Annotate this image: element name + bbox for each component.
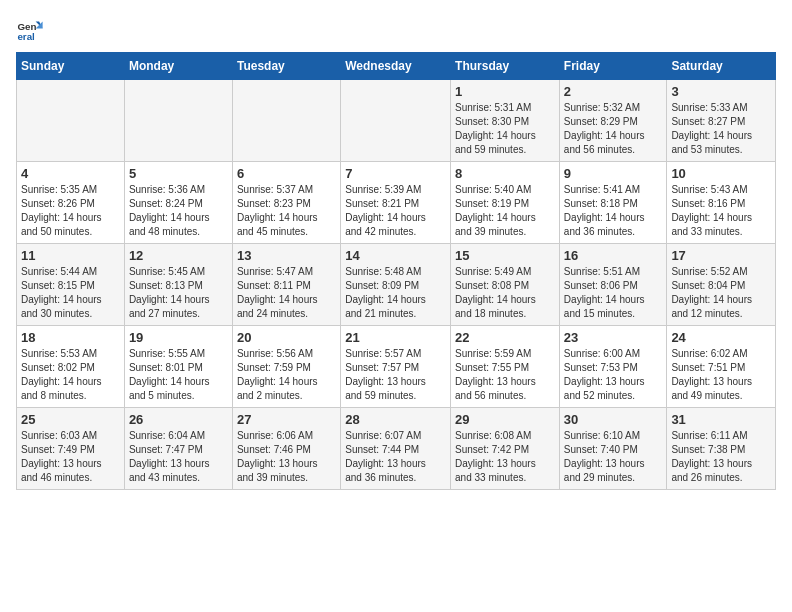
day-number: 19	[129, 330, 228, 345]
day-info: Sunrise: 5:45 AM Sunset: 8:13 PM Dayligh…	[129, 265, 228, 321]
day-cell: 7Sunrise: 5:39 AM Sunset: 8:21 PM Daylig…	[341, 162, 451, 244]
day-number: 21	[345, 330, 446, 345]
day-cell: 21Sunrise: 5:57 AM Sunset: 7:57 PM Dayli…	[341, 326, 451, 408]
day-number: 13	[237, 248, 336, 263]
day-cell: 4Sunrise: 5:35 AM Sunset: 8:26 PM Daylig…	[17, 162, 125, 244]
day-number: 18	[21, 330, 120, 345]
day-info: Sunrise: 6:02 AM Sunset: 7:51 PM Dayligh…	[671, 347, 771, 403]
day-cell: 28Sunrise: 6:07 AM Sunset: 7:44 PM Dayli…	[341, 408, 451, 490]
day-info: Sunrise: 6:07 AM Sunset: 7:44 PM Dayligh…	[345, 429, 446, 485]
day-info: Sunrise: 6:03 AM Sunset: 7:49 PM Dayligh…	[21, 429, 120, 485]
day-cell: 24Sunrise: 6:02 AM Sunset: 7:51 PM Dayli…	[667, 326, 776, 408]
day-info: Sunrise: 5:52 AM Sunset: 8:04 PM Dayligh…	[671, 265, 771, 321]
week-row-4: 18Sunrise: 5:53 AM Sunset: 8:02 PM Dayli…	[17, 326, 776, 408]
day-number: 26	[129, 412, 228, 427]
day-cell: 16Sunrise: 5:51 AM Sunset: 8:06 PM Dayli…	[559, 244, 667, 326]
day-header-monday: Monday	[124, 53, 232, 80]
day-info: Sunrise: 5:32 AM Sunset: 8:29 PM Dayligh…	[564, 101, 663, 157]
day-number: 5	[129, 166, 228, 181]
day-info: Sunrise: 6:08 AM Sunset: 7:42 PM Dayligh…	[455, 429, 555, 485]
day-info: Sunrise: 5:44 AM Sunset: 8:15 PM Dayligh…	[21, 265, 120, 321]
day-cell	[17, 80, 125, 162]
day-info: Sunrise: 6:04 AM Sunset: 7:47 PM Dayligh…	[129, 429, 228, 485]
day-number: 25	[21, 412, 120, 427]
day-cell: 12Sunrise: 5:45 AM Sunset: 8:13 PM Dayli…	[124, 244, 232, 326]
day-info: Sunrise: 5:35 AM Sunset: 8:26 PM Dayligh…	[21, 183, 120, 239]
day-info: Sunrise: 5:43 AM Sunset: 8:16 PM Dayligh…	[671, 183, 771, 239]
day-number: 6	[237, 166, 336, 181]
day-number: 7	[345, 166, 446, 181]
day-number: 14	[345, 248, 446, 263]
day-number: 30	[564, 412, 663, 427]
day-cell	[341, 80, 451, 162]
day-number: 28	[345, 412, 446, 427]
day-info: Sunrise: 5:48 AM Sunset: 8:09 PM Dayligh…	[345, 265, 446, 321]
logo-icon: Gen eral	[16, 16, 44, 44]
day-cell: 18Sunrise: 5:53 AM Sunset: 8:02 PM Dayli…	[17, 326, 125, 408]
day-number: 27	[237, 412, 336, 427]
day-number: 10	[671, 166, 771, 181]
day-info: Sunrise: 5:53 AM Sunset: 8:02 PM Dayligh…	[21, 347, 120, 403]
day-number: 11	[21, 248, 120, 263]
day-cell: 5Sunrise: 5:36 AM Sunset: 8:24 PM Daylig…	[124, 162, 232, 244]
day-cell: 27Sunrise: 6:06 AM Sunset: 7:46 PM Dayli…	[232, 408, 340, 490]
day-info: Sunrise: 5:37 AM Sunset: 8:23 PM Dayligh…	[237, 183, 336, 239]
day-cell: 13Sunrise: 5:47 AM Sunset: 8:11 PM Dayli…	[232, 244, 340, 326]
day-info: Sunrise: 5:47 AM Sunset: 8:11 PM Dayligh…	[237, 265, 336, 321]
day-number: 22	[455, 330, 555, 345]
day-number: 17	[671, 248, 771, 263]
day-cell: 14Sunrise: 5:48 AM Sunset: 8:09 PM Dayli…	[341, 244, 451, 326]
day-number: 2	[564, 84, 663, 99]
day-number: 9	[564, 166, 663, 181]
day-info: Sunrise: 5:36 AM Sunset: 8:24 PM Dayligh…	[129, 183, 228, 239]
day-cell: 15Sunrise: 5:49 AM Sunset: 8:08 PM Dayli…	[451, 244, 560, 326]
day-header-thursday: Thursday	[451, 53, 560, 80]
day-cell: 22Sunrise: 5:59 AM Sunset: 7:55 PM Dayli…	[451, 326, 560, 408]
day-number: 29	[455, 412, 555, 427]
day-cell	[232, 80, 340, 162]
day-info: Sunrise: 5:51 AM Sunset: 8:06 PM Dayligh…	[564, 265, 663, 321]
day-cell: 29Sunrise: 6:08 AM Sunset: 7:42 PM Dayli…	[451, 408, 560, 490]
day-info: Sunrise: 6:06 AM Sunset: 7:46 PM Dayligh…	[237, 429, 336, 485]
day-cell: 30Sunrise: 6:10 AM Sunset: 7:40 PM Dayli…	[559, 408, 667, 490]
day-info: Sunrise: 6:00 AM Sunset: 7:53 PM Dayligh…	[564, 347, 663, 403]
day-number: 31	[671, 412, 771, 427]
day-info: Sunrise: 5:55 AM Sunset: 8:01 PM Dayligh…	[129, 347, 228, 403]
day-cell: 19Sunrise: 5:55 AM Sunset: 8:01 PM Dayli…	[124, 326, 232, 408]
day-cell	[124, 80, 232, 162]
day-cell: 17Sunrise: 5:52 AM Sunset: 8:04 PM Dayli…	[667, 244, 776, 326]
header: Gen eral	[16, 16, 776, 44]
day-info: Sunrise: 5:41 AM Sunset: 8:18 PM Dayligh…	[564, 183, 663, 239]
day-cell: 25Sunrise: 6:03 AM Sunset: 7:49 PM Dayli…	[17, 408, 125, 490]
day-header-wednesday: Wednesday	[341, 53, 451, 80]
day-number: 15	[455, 248, 555, 263]
day-info: Sunrise: 5:57 AM Sunset: 7:57 PM Dayligh…	[345, 347, 446, 403]
logo: Gen eral	[16, 16, 48, 44]
day-header-tuesday: Tuesday	[232, 53, 340, 80]
day-cell: 6Sunrise: 5:37 AM Sunset: 8:23 PM Daylig…	[232, 162, 340, 244]
week-row-5: 25Sunrise: 6:03 AM Sunset: 7:49 PM Dayli…	[17, 408, 776, 490]
week-row-3: 11Sunrise: 5:44 AM Sunset: 8:15 PM Dayli…	[17, 244, 776, 326]
day-header-saturday: Saturday	[667, 53, 776, 80]
day-cell: 26Sunrise: 6:04 AM Sunset: 7:47 PM Dayli…	[124, 408, 232, 490]
week-row-1: 1Sunrise: 5:31 AM Sunset: 8:30 PM Daylig…	[17, 80, 776, 162]
day-number: 12	[129, 248, 228, 263]
header-row: SundayMondayTuesdayWednesdayThursdayFrid…	[17, 53, 776, 80]
day-info: Sunrise: 5:31 AM Sunset: 8:30 PM Dayligh…	[455, 101, 555, 157]
day-info: Sunrise: 5:40 AM Sunset: 8:19 PM Dayligh…	[455, 183, 555, 239]
day-number: 24	[671, 330, 771, 345]
calendar-table: SundayMondayTuesdayWednesdayThursdayFrid…	[16, 52, 776, 490]
day-cell: 20Sunrise: 5:56 AM Sunset: 7:59 PM Dayli…	[232, 326, 340, 408]
day-number: 4	[21, 166, 120, 181]
day-number: 23	[564, 330, 663, 345]
day-header-sunday: Sunday	[17, 53, 125, 80]
day-number: 3	[671, 84, 771, 99]
day-number: 8	[455, 166, 555, 181]
day-cell: 2Sunrise: 5:32 AM Sunset: 8:29 PM Daylig…	[559, 80, 667, 162]
day-cell: 9Sunrise: 5:41 AM Sunset: 8:18 PM Daylig…	[559, 162, 667, 244]
day-number: 1	[455, 84, 555, 99]
day-cell: 31Sunrise: 6:11 AM Sunset: 7:38 PM Dayli…	[667, 408, 776, 490]
day-info: Sunrise: 6:11 AM Sunset: 7:38 PM Dayligh…	[671, 429, 771, 485]
day-info: Sunrise: 5:56 AM Sunset: 7:59 PM Dayligh…	[237, 347, 336, 403]
day-cell: 23Sunrise: 6:00 AM Sunset: 7:53 PM Dayli…	[559, 326, 667, 408]
